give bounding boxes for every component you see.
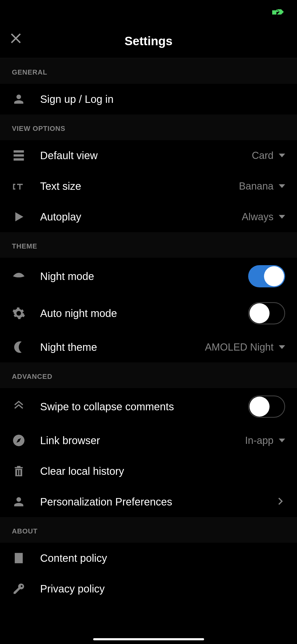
- caret-down-icon: [279, 345, 285, 349]
- play-icon: [12, 210, 26, 224]
- row-default-view[interactable]: Default view Card: [0, 140, 297, 171]
- trash-icon: [12, 464, 26, 478]
- row-value: Banana: [239, 181, 274, 192]
- section-header-advanced: ADVANCED: [0, 362, 297, 388]
- row-link-browser[interactable]: Link browser In-app: [0, 425, 297, 456]
- row-value: Card: [252, 150, 274, 161]
- section-header-theme: THEME: [0, 232, 297, 258]
- row-privacy-policy[interactable]: Privacy policy: [0, 573, 297, 604]
- compass-icon: [12, 434, 26, 447]
- row-signup-login[interactable]: Sign up / Log in: [0, 84, 297, 114]
- row-label: Night theme: [40, 341, 205, 353]
- row-content-policy[interactable]: Content policy: [0, 543, 297, 573]
- row-personalization[interactable]: Personalization Preferences: [0, 486, 297, 517]
- row-label: Privacy policy: [40, 583, 285, 595]
- row-autoplay[interactable]: Autoplay Always: [0, 201, 297, 232]
- key-icon: [12, 582, 26, 596]
- row-auto-night-mode[interactable]: Auto night mode: [0, 295, 297, 332]
- row-label: Clear local history: [40, 465, 285, 477]
- caret-down-icon: [279, 439, 285, 442]
- row-label: Autoplay: [40, 211, 242, 223]
- section-header-view-options: VIEW OPTIONS: [0, 114, 297, 140]
- row-night-mode[interactable]: Night mode: [0, 258, 297, 295]
- row-label: Auto night mode: [40, 307, 248, 319]
- row-night-theme[interactable]: Night theme AMOLED Night: [0, 332, 297, 362]
- row-label: Link browser: [40, 435, 245, 447]
- card-view-icon: [12, 149, 26, 162]
- gear-icon: [12, 306, 26, 320]
- toggle-thumb: [264, 266, 284, 286]
- row-clear-history[interactable]: Clear local history: [0, 456, 297, 486]
- header: Settings: [0, 32, 297, 58]
- caret-down-icon: [279, 154, 285, 157]
- home-indicator[interactable]: [93, 638, 204, 640]
- settings-content: GENERAL Sign up / Log in VIEW OPTIONS De…: [0, 58, 297, 604]
- row-label: Night mode: [40, 270, 248, 282]
- status-bar: [0, 0, 297, 24]
- row-swipe-collapse[interactable]: Swipe to collapse comments: [0, 388, 297, 425]
- close-icon: [9, 32, 22, 45]
- row-label: Personalization Preferences: [40, 496, 276, 508]
- eye-icon: [12, 269, 26, 283]
- row-label: Sign up / Log in: [40, 93, 285, 105]
- section-header-about: ABOUT: [0, 517, 297, 543]
- night-mode-toggle[interactable]: [248, 265, 285, 287]
- person-icon: [12, 92, 26, 106]
- chevron-right-icon: [276, 496, 285, 507]
- battery-charging-icon: [272, 9, 284, 15]
- row-label: Swipe to collapse comments: [40, 401, 248, 413]
- caret-down-icon: [279, 184, 285, 188]
- caret-down-icon: [279, 215, 285, 219]
- toggle-thumb: [249, 397, 270, 417]
- row-value: In-app: [245, 435, 274, 446]
- person-icon: [12, 495, 26, 509]
- close-button[interactable]: [9, 32, 22, 45]
- row-value: AMOLED Night: [205, 342, 274, 353]
- collapse-up-icon: [12, 400, 26, 413]
- text-size-icon: [12, 179, 26, 193]
- auto-night-mode-toggle[interactable]: [248, 302, 285, 324]
- row-label: Default view: [40, 150, 252, 162]
- toggle-thumb: [249, 303, 270, 323]
- row-label: Content policy: [40, 552, 285, 564]
- row-value: Always: [242, 211, 274, 223]
- document-icon: [12, 551, 26, 565]
- row-label: Text size: [40, 180, 239, 192]
- swipe-collapse-toggle[interactable]: [248, 395, 285, 418]
- moon-icon: [12, 340, 26, 354]
- page-title: Settings: [125, 34, 172, 48]
- row-text-size[interactable]: Text size Banana: [0, 171, 297, 201]
- section-header-general: GENERAL: [0, 58, 297, 84]
